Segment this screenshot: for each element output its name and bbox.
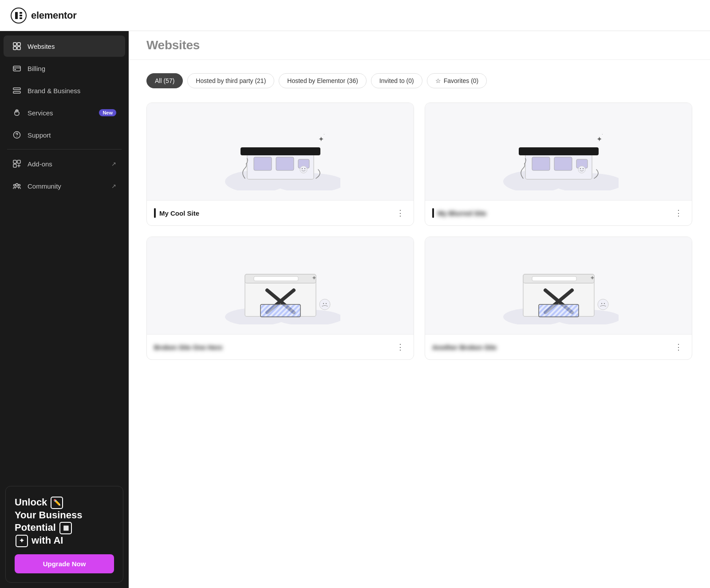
nav-divider bbox=[7, 149, 122, 150]
filter-elementor[interactable]: Hosted by Elementor (36) bbox=[279, 73, 367, 88]
promo-pencil-icon: ✏️ bbox=[51, 497, 63, 509]
svg-rect-8 bbox=[17, 47, 20, 50]
sidebar-item-addons[interactable]: Add-ons ↗ bbox=[4, 153, 125, 174]
site-name-area-4: Another Broken Site bbox=[432, 343, 497, 351]
svg-rect-9 bbox=[13, 66, 20, 71]
sidebar-item-billing[interactable]: Billing bbox=[4, 58, 125, 79]
svg-point-21 bbox=[19, 185, 20, 186]
layers-icon bbox=[12, 86, 21, 95]
site-more-button-2[interactable]: ⋮ bbox=[672, 207, 685, 219]
svg-rect-64 bbox=[532, 276, 576, 281]
sidebar-item-brand[interactable]: Brand & Business bbox=[4, 80, 125, 101]
svg-rect-3 bbox=[20, 15, 22, 16]
site-accent-bar-1 bbox=[154, 208, 156, 218]
svg-point-44 bbox=[580, 168, 580, 169]
sidebar-item-support-label: Support bbox=[28, 131, 51, 139]
site-broken-illustration-1: ✦ bbox=[221, 247, 340, 324]
filter-all[interactable]: All (57) bbox=[146, 73, 183, 88]
sidebar-nav: Websites Billing bbox=[0, 31, 129, 481]
logo-area: elementor bbox=[11, 8, 76, 24]
site-name-area-2: My Blurred Site bbox=[432, 208, 486, 218]
sidebar-item-addons-label: Add-ons bbox=[28, 160, 52, 168]
promo-box: Unlock ✏️ Your Business Potential ▦ ✦ wi… bbox=[5, 486, 123, 583]
svg-rect-16 bbox=[13, 160, 16, 163]
site-thumbnail-1: ✦ · bbox=[147, 103, 414, 201]
site-broken-illustration-2: ✦ bbox=[499, 247, 619, 324]
site-more-button-3[interactable]: ⋮ bbox=[394, 341, 406, 353]
sidebar-item-websites[interactable]: Websites bbox=[4, 36, 125, 57]
svg-rect-5 bbox=[13, 43, 16, 46]
svg-rect-40 bbox=[519, 147, 599, 155]
svg-rect-11 bbox=[14, 69, 16, 70]
site-thumbnail-3: ✦ bbox=[147, 237, 414, 335]
grid-icon bbox=[12, 42, 21, 51]
site-illustration-2: ✦ · bbox=[499, 113, 619, 190]
filter-favorites[interactable]: ☆ Favorites (0) bbox=[427, 73, 487, 88]
svg-rect-2 bbox=[20, 12, 22, 14]
help-icon bbox=[12, 130, 21, 139]
sidebar-item-billing-label: Billing bbox=[28, 65, 45, 72]
site-accent-bar-2 bbox=[432, 208, 434, 218]
sidebar-item-services[interactable]: Services New bbox=[4, 102, 125, 123]
site-name-area-3: Broken Site One Here bbox=[154, 343, 222, 351]
svg-rect-28 bbox=[241, 147, 320, 155]
svg-point-55 bbox=[320, 299, 330, 310]
promo-title: Unlock ✏️ Your Business Potential ▦ ✦ wi… bbox=[15, 496, 114, 547]
community-external-icon: ↗ bbox=[111, 183, 116, 189]
site-name-3: Broken Site One Here bbox=[154, 343, 222, 351]
site-card-2[interactable]: ✦ · bbox=[425, 103, 692, 226]
svg-point-56 bbox=[323, 303, 323, 304]
svg-rect-13 bbox=[13, 91, 20, 93]
addons-external-icon: ↗ bbox=[111, 161, 116, 167]
sidebar-item-brand-label: Brand & Business bbox=[28, 87, 80, 95]
community-icon bbox=[12, 182, 21, 190]
services-new-badge: New bbox=[99, 109, 116, 116]
svg-rect-37 bbox=[532, 157, 550, 170]
svg-point-0 bbox=[11, 8, 26, 23]
site-name-area-1: My Cool Site bbox=[154, 208, 199, 218]
site-more-button-1[interactable]: ⋮ bbox=[394, 207, 406, 219]
sidebar-item-services-label: Services bbox=[28, 109, 53, 117]
svg-rect-25 bbox=[254, 157, 272, 170]
filter-third-party[interactable]: Hosted by third party (21) bbox=[187, 73, 274, 88]
elementor-logo-icon bbox=[11, 8, 27, 24]
site-card-4[interactable]: ✦ bbox=[425, 237, 692, 360]
svg-point-31 bbox=[300, 166, 307, 173]
top-bar: elementor bbox=[0, 0, 710, 31]
site-thumbnail-2: ✦ · bbox=[425, 103, 692, 201]
site-thumbnail-4: ✦ bbox=[425, 237, 692, 335]
page-title-partial: Websites bbox=[129, 31, 710, 60]
svg-point-71 bbox=[604, 303, 604, 304]
app-body: Websites Billing bbox=[0, 31, 710, 588]
sidebar: Websites Billing bbox=[0, 31, 129, 588]
filter-invited[interactable]: Invited to (0) bbox=[371, 73, 422, 88]
filter-tabs: All (57) Hosted by third party (21) Host… bbox=[146, 73, 692, 88]
upgrade-now-button[interactable]: Upgrade Now bbox=[15, 554, 114, 573]
site-footer-3: Broken Site One Here ⋮ bbox=[147, 335, 414, 359]
logo-text: elementor bbox=[31, 10, 76, 21]
svg-point-43 bbox=[578, 166, 585, 173]
sidebar-item-support[interactable]: Support bbox=[4, 124, 125, 146]
main-content: Websites All (57) Hosted by third party … bbox=[129, 31, 710, 588]
site-footer-2: My Blurred Site ⋮ bbox=[425, 201, 692, 225]
svg-rect-53 bbox=[260, 304, 300, 317]
svg-text:·: · bbox=[323, 132, 325, 137]
sidebar-item-community[interactable]: Community ↗ bbox=[4, 175, 125, 197]
site-name-4: Another Broken Site bbox=[432, 343, 497, 351]
svg-point-32 bbox=[301, 168, 302, 169]
site-more-button-4[interactable]: ⋮ bbox=[672, 341, 685, 353]
svg-point-45 bbox=[582, 168, 583, 169]
site-name-2: My Blurred Site bbox=[438, 209, 486, 217]
svg-rect-26 bbox=[276, 157, 294, 170]
svg-text:·: · bbox=[602, 132, 603, 137]
promo-star-icon: ✦ bbox=[16, 535, 28, 547]
svg-rect-1 bbox=[15, 12, 18, 19]
hand-icon bbox=[12, 108, 21, 117]
sidebar-item-community-label: Community bbox=[28, 182, 61, 190]
svg-point-70 bbox=[601, 303, 602, 304]
site-footer-1: My Cool Site ⋮ bbox=[147, 201, 414, 225]
site-card-1[interactable]: ✦ · bbox=[146, 103, 414, 226]
svg-text:✦: ✦ bbox=[590, 274, 595, 281]
site-card-3[interactable]: ✦ bbox=[146, 237, 414, 360]
promo-layout-icon: ▦ bbox=[59, 522, 72, 534]
